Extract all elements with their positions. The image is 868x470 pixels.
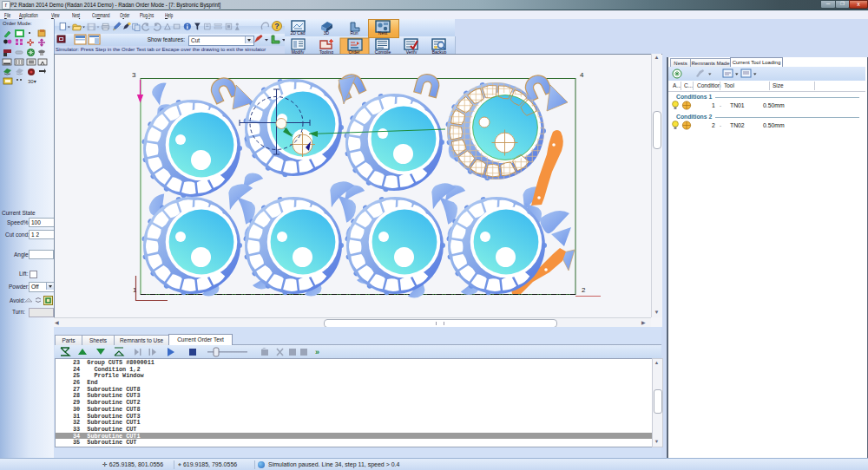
svg-text:Show features:: Show features: [148,36,186,42]
svg-text:?: ? [274,22,279,30]
svg-text:2D Cad: 2D Cad [291,30,306,36]
svg-text:Nest: Nest [378,30,388,36]
svg-text:Run: Run [350,30,358,36]
svg-text:2: 2 [582,286,586,294]
svg-text:3: 3 [132,71,136,79]
svg-text:4: 4 [580,71,584,79]
svg-text:3D: 3D [324,30,330,36]
svg-text:»: » [315,348,319,356]
svg-text:1: 1 [133,286,137,294]
svg-text:30▾: 30▾ [28,79,36,84]
